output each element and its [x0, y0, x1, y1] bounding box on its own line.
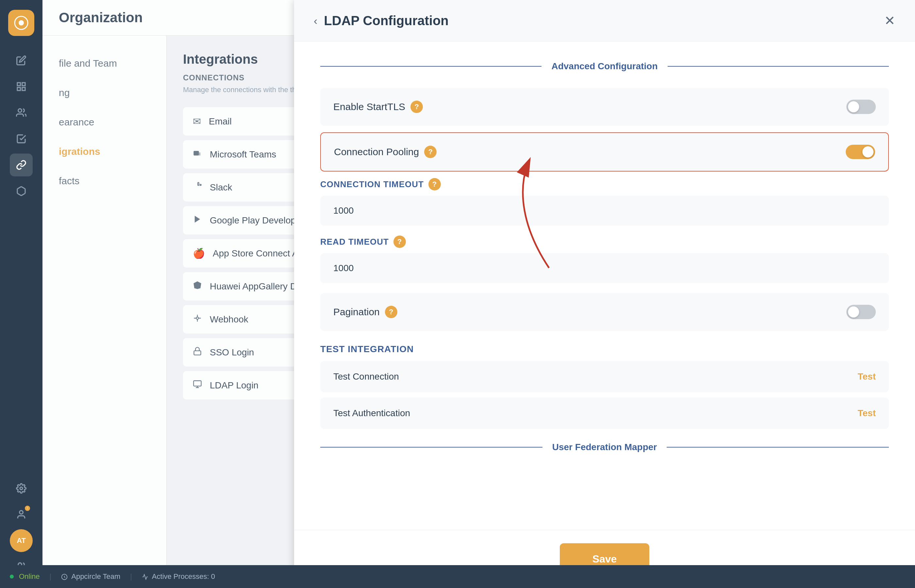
starttls-toggle-knob: [848, 101, 859, 112]
ldap-body: Advanced Configuration Enable StartTLS ?…: [294, 42, 915, 530]
nav-item-facts[interactable]: facts: [42, 166, 167, 195]
email-icon: ✉: [193, 116, 201, 127]
svg-point-8: [19, 510, 23, 514]
test-auth-link[interactable]: Test: [858, 408, 876, 418]
sidebar-icon-integrations[interactable]: [10, 153, 33, 176]
mapper-divider-right: [667, 447, 889, 447]
pagination-label: Pagination ?: [333, 306, 398, 318]
connection-timeout-label: CONNECTION TIMEOUT ?: [320, 178, 889, 191]
nav-item-earance[interactable]: earance: [42, 107, 167, 137]
divider-line-left: [320, 66, 542, 67]
svg-point-6: [18, 109, 22, 112]
connection-timeout-text: CONNECTION TIMEOUT: [320, 179, 424, 189]
msteams-icon: [193, 149, 202, 160]
test-auth-row: Test Authentication Test: [320, 397, 889, 429]
online-status: Online: [10, 572, 40, 581]
msteams-label: Microsoft Teams: [210, 149, 276, 160]
advanced-config-divider: Advanced Configuration: [320, 61, 889, 71]
connection-pooling-toggle[interactable]: [846, 145, 875, 159]
nav-item-ng[interactable]: ng: [42, 78, 167, 107]
ldap-panel: ‹ LDAP Configuration ✕ Advanced Configur…: [294, 0, 915, 588]
pagination-toggle[interactable]: [846, 305, 876, 319]
ldap-label: LDAP Login: [210, 380, 259, 391]
sidebar-icon-edit[interactable]: [10, 49, 33, 72]
ldap-icon: [193, 380, 202, 391]
test-auth-label: Test Authentication: [333, 408, 410, 418]
nav-sidebar: file and Team ng earance igrations facts: [42, 36, 167, 588]
webhook-icon: [193, 313, 202, 325]
sidebar-icon-analytics[interactable]: [10, 75, 33, 98]
connection-pooling-text: Connection Pooling: [334, 146, 419, 157]
svg-point-7: [20, 487, 23, 489]
svg-rect-4: [17, 87, 20, 90]
advanced-config-label: Advanced Configuration: [551, 61, 658, 71]
test-connection-row: Test Connection Test: [320, 361, 889, 393]
connection-timeout-section: CONNECTION TIMEOUT ?: [320, 178, 889, 226]
sidebar-icon-artifacts[interactable]: [10, 180, 33, 202]
email-label: Email: [209, 116, 232, 127]
svg-rect-14: [194, 381, 201, 386]
status-dot: [10, 575, 14, 578]
nav-item-file-team[interactable]: file and Team: [42, 48, 167, 78]
icon-sidebar: ! AT: [0, 0, 42, 588]
sidebar-icon-tasks[interactable]: [10, 128, 33, 150]
ldap-header-left: ‹ LDAP Configuration: [314, 13, 449, 28]
sidebar-icon-team[interactable]: [10, 101, 33, 124]
huawei-icon: [193, 281, 202, 292]
ldap-header: ‹ LDAP Configuration ✕: [294, 0, 915, 42]
app-logo[interactable]: [8, 10, 34, 36]
divider-line-right: [668, 66, 889, 67]
svg-rect-5: [22, 87, 25, 90]
read-timeout-section: READ TIMEOUT ?: [320, 236, 889, 283]
connection-pooling-label: Connection Pooling ?: [334, 146, 436, 158]
starttls-label: Enable StartTLS ?: [333, 101, 423, 113]
google-play-icon: [193, 215, 202, 226]
pagination-row: Pagination ?: [320, 293, 889, 331]
online-label: Online: [19, 572, 40, 581]
team-label: Appcircle Team: [61, 572, 120, 581]
starttls-text: Enable StartTLS: [333, 101, 405, 112]
svg-point-1: [19, 20, 24, 26]
read-timeout-text: READ TIMEOUT: [320, 237, 389, 247]
mapper-divider-left: [320, 447, 542, 447]
connection-pooling-row: Connection Pooling ?: [320, 132, 889, 171]
status-bar: Online | Appcircle Team | Active Process…: [0, 565, 915, 588]
enable-starttls-row: Enable StartTLS ?: [320, 88, 889, 126]
webhook-label: Webhook: [210, 314, 248, 325]
test-connection-label: Test Connection: [333, 372, 399, 382]
read-timeout-help-icon[interactable]: ?: [393, 236, 406, 248]
sso-icon: [193, 347, 202, 358]
connection-timeout-input[interactable]: [320, 195, 889, 226]
svg-marker-11: [195, 216, 200, 223]
read-timeout-label: READ TIMEOUT ?: [320, 236, 889, 248]
test-connection-link[interactable]: Test: [858, 372, 876, 382]
svg-point-12: [196, 317, 199, 320]
app-store-icon: 🍎: [193, 248, 205, 259]
connection-pooling-help-icon[interactable]: ?: [424, 146, 436, 158]
connection-timeout-help-icon[interactable]: ?: [428, 178, 441, 191]
svg-rect-2: [17, 82, 20, 86]
nav-item-integrations[interactable]: igrations: [42, 137, 167, 166]
notification-badge: !: [25, 506, 30, 511]
connection-pooling-toggle-knob: [862, 146, 873, 157]
starttls-toggle[interactable]: [846, 100, 876, 114]
starttls-help-icon[interactable]: ?: [411, 101, 423, 113]
sidebar-icon-admin[interactable]: !: [10, 503, 33, 526]
pagination-toggle-knob: [848, 307, 859, 318]
pagination-help-icon[interactable]: ?: [385, 306, 398, 318]
slack-label: Slack: [210, 182, 232, 193]
read-timeout-input[interactable]: [320, 253, 889, 283]
pagination-text: Pagination: [333, 307, 380, 318]
user-federation-label: User Federation Mapper: [552, 442, 657, 452]
avatar[interactable]: AT: [10, 529, 33, 552]
sidebar-bottom: ! AT: [10, 477, 33, 578]
org-title: Organization: [59, 10, 143, 25]
close-button[interactable]: ✕: [884, 13, 896, 28]
processes-label: Active Processes: 0: [142, 572, 215, 581]
back-button[interactable]: ‹: [314, 15, 317, 27]
test-integration-title: TEST INTEGRATION: [320, 344, 889, 354]
svg-rect-3: [22, 82, 25, 86]
sidebar-icon-settings[interactable]: [10, 477, 33, 500]
user-federation-divider: User Federation Mapper: [320, 442, 889, 452]
sso-label: SSO Login: [210, 347, 254, 358]
